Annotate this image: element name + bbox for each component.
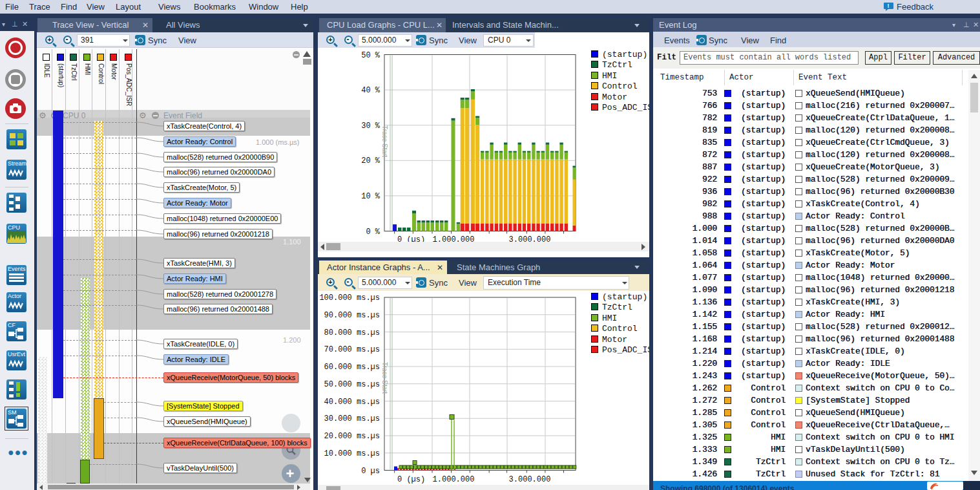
svg-text:70.000 ms.µs: 70.000 ms.µs	[324, 345, 380, 354]
svg-text:10 %: 10 %	[361, 192, 381, 201]
svg-text:90.000 ms.µs: 90.000 ms.µs	[324, 311, 380, 320]
svg-text:100.000 ms.µs: 100.000 ms.µs	[319, 293, 380, 303]
svg-text:30 %: 30 %	[361, 122, 381, 131]
svg-text:3.000.000: 3.000.000	[509, 475, 551, 484]
svg-text:30.000 ms.µs: 30.000 ms.µs	[324, 414, 380, 423]
svg-text:20.000 ms.µs: 20.000 ms.µs	[324, 432, 380, 441]
svg-text:20 %: 20 %	[361, 156, 381, 165]
svg-text:50.000 ms.µs: 50.000 ms.µs	[324, 380, 380, 389]
svg-text:Trace Start: Trace Start	[381, 125, 388, 157]
svg-text:0 %: 0 %	[366, 228, 380, 237]
svg-text:Trace Start: Trace Start	[381, 362, 388, 394]
svg-text:80.000 ms.µs: 80.000 ms.µs	[324, 328, 380, 337]
svg-text:0 µs: 0 µs	[361, 467, 380, 476]
svg-text:60.000 ms.µs: 60.000 ms.µs	[324, 363, 380, 372]
svg-text:40.000 ms.µs: 40.000 ms.µs	[324, 398, 380, 407]
svg-text:50 %: 50 %	[361, 51, 381, 60]
svg-text:40 %: 40 %	[361, 86, 381, 95]
svg-text:1.000.000: 1.000.000	[433, 475, 475, 484]
svg-text:!: !	[888, 3, 890, 9]
svg-text:0 (µs): 0 (µs)	[397, 475, 425, 484]
svg-text:10.000 ms.µs: 10.000 ms.µs	[324, 449, 380, 458]
